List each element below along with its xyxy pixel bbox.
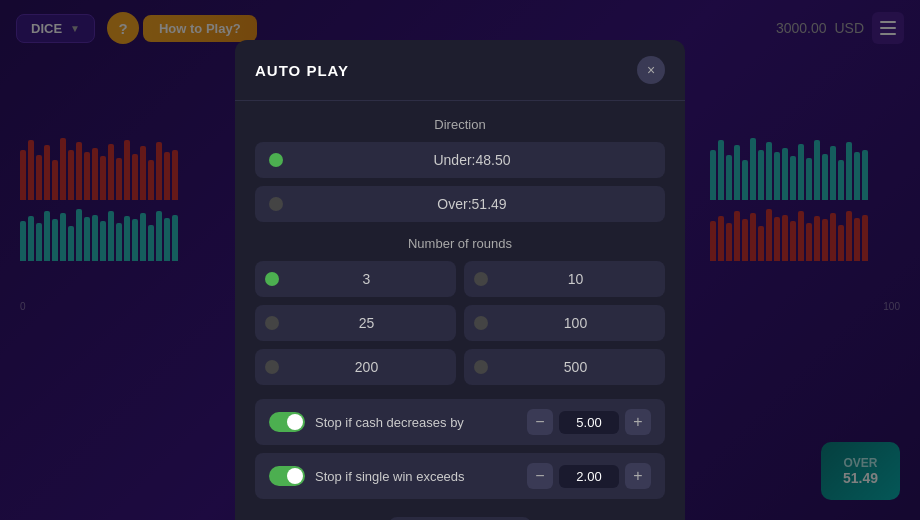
rounds-label: Number of rounds (255, 236, 665, 251)
rounds-section: Number of rounds 3 10 25 100 (255, 236, 665, 385)
round-option-25[interactable]: 25 (255, 305, 456, 341)
round-radio-3 (265, 272, 279, 286)
more-options-row: More options ▼ (255, 507, 665, 520)
stop-win-label: Stop if single win exceeds (315, 469, 517, 484)
modal-header: AUTO PLAY × (235, 40, 685, 101)
stop-cash-value: 5.00 (559, 411, 619, 434)
round-label-100: 100 (496, 315, 655, 331)
round-label-10: 10 (496, 271, 655, 287)
direction-over-radio (269, 197, 283, 211)
round-radio-500 (474, 360, 488, 374)
stop-win-decrement[interactable]: − (527, 463, 553, 489)
round-option-200[interactable]: 200 (255, 349, 456, 385)
round-option-500[interactable]: 500 (464, 349, 665, 385)
stop-win-toggle[interactable] (269, 466, 305, 486)
round-option-10[interactable]: 10 (464, 261, 665, 297)
stop-cash-decrement[interactable]: − (527, 409, 553, 435)
stop-cash-toggle[interactable] (269, 412, 305, 432)
rounds-grid: 3 10 25 100 200 (255, 261, 665, 385)
round-option-3[interactable]: 3 (255, 261, 456, 297)
modal-title: AUTO PLAY (255, 62, 349, 79)
stop-cash-stepper: − 5.00 + (527, 409, 651, 435)
direction-under-radio (269, 153, 283, 167)
round-label-25: 25 (287, 315, 446, 331)
stop-win-value: 2.00 (559, 465, 619, 488)
direction-under-option[interactable]: Under:48.50 (255, 142, 665, 178)
round-label-3: 3 (287, 271, 446, 287)
direction-label: Direction (255, 117, 665, 132)
close-button[interactable]: × (637, 56, 665, 84)
round-radio-10 (474, 272, 488, 286)
stop-win-stepper: − 2.00 + (527, 463, 651, 489)
stop-cash-increment[interactable]: + (625, 409, 651, 435)
round-radio-200 (265, 360, 279, 374)
stop-cash-label: Stop if cash decreases by (315, 415, 517, 430)
controls-section: Stop if cash decreases by − 5.00 + Stop … (255, 399, 665, 499)
direction-under-text: Under:48.50 (293, 152, 651, 168)
round-radio-100 (474, 316, 488, 330)
round-radio-25 (265, 316, 279, 330)
round-label-200: 200 (287, 359, 446, 375)
stop-win-row: Stop if single win exceeds − 2.00 + (255, 453, 665, 499)
close-icon: × (647, 62, 655, 78)
direction-over-text: Over:51.49 (293, 196, 651, 212)
direction-over-option[interactable]: Over:51.49 (255, 186, 665, 222)
modal-body: Direction Under:48.50 Over:51.49 Number … (235, 101, 685, 520)
stop-win-increment[interactable]: + (625, 463, 651, 489)
round-label-500: 500 (496, 359, 655, 375)
stop-cash-row: Stop if cash decreases by − 5.00 + (255, 399, 665, 445)
autoplay-modal: AUTO PLAY × Direction Under:48.50 Over:5… (235, 40, 685, 520)
round-option-100[interactable]: 100 (464, 305, 665, 341)
